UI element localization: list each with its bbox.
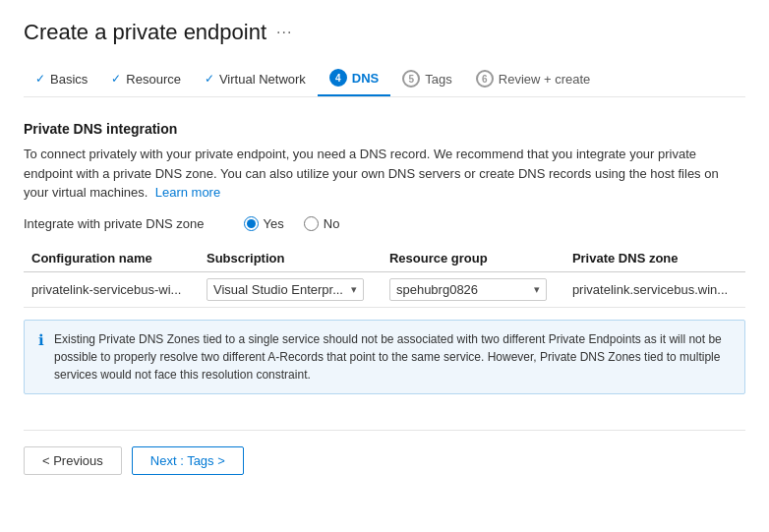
dns-section: Private DNS integration To connect priva… xyxy=(24,117,745,398)
subscription-select[interactable]: Visual Studio Enterpr... ▾ xyxy=(207,278,364,301)
cell-config-name: privatelink-servicebus-wi... xyxy=(24,271,199,307)
wizard-steps: ✓ Basics ✓ Resource ✓ Virtual Network 4 … xyxy=(24,61,745,97)
table-header-row: Configuration name Subscription Resource… xyxy=(24,245,745,272)
integrate-label: Integrate with private DNS zone xyxy=(24,216,205,231)
tags-step-circle: 5 xyxy=(402,70,420,88)
dns-description: To connect privately with your private e… xyxy=(24,145,745,203)
step-review[interactable]: 6 Review + create xyxy=(464,62,603,95)
subscription-chevron-icon: ▾ xyxy=(351,283,357,296)
resource-check-icon: ✓ xyxy=(111,72,121,86)
cell-dns-zone: privatelink.servicebus.win... xyxy=(564,271,745,307)
step-resource[interactable]: ✓ Resource xyxy=(99,64,193,94)
info-icon: ℹ xyxy=(38,331,44,349)
dns-section-title: Private DNS integration xyxy=(24,121,745,137)
cell-resource-group[interactable]: spehubrg0826 ▾ xyxy=(382,271,564,307)
info-text: Existing Private DNS Zones tied to a sin… xyxy=(54,330,731,384)
next-button[interactable]: Next : Tags > xyxy=(132,446,244,475)
step-basics[interactable]: ✓ Basics xyxy=(24,64,99,94)
step-resource-label: Resource xyxy=(126,72,181,87)
step-review-label: Review + create xyxy=(499,72,591,87)
radio-no-input[interactable] xyxy=(304,216,319,231)
radio-no-option[interactable]: No xyxy=(304,216,340,231)
cell-subscription[interactable]: Visual Studio Enterpr... ▾ xyxy=(199,271,382,307)
col-config-name: Configuration name xyxy=(24,245,199,272)
step-tags-label: Tags xyxy=(425,72,451,87)
integrate-dns-row: Integrate with private DNS zone Yes No xyxy=(24,216,745,231)
vnet-check-icon: ✓ xyxy=(205,72,214,86)
resource-group-chevron-icon: ▾ xyxy=(534,283,540,296)
info-box: ℹ Existing Private DNS Zones tied to a s… xyxy=(24,320,745,394)
footer: < Previous Next : Tags > xyxy=(24,430,745,475)
radio-yes-input[interactable] xyxy=(244,216,259,231)
step-tags[interactable]: 5 Tags xyxy=(390,62,463,95)
col-dns-zone: Private DNS zone xyxy=(564,245,745,272)
review-step-circle: 6 xyxy=(476,70,494,88)
learn-more-link[interactable]: Learn more xyxy=(155,185,220,200)
step-dns-label: DNS xyxy=(352,71,379,86)
page-title: Create a private endpoint xyxy=(24,20,266,45)
basics-check-icon: ✓ xyxy=(35,72,45,86)
dns-step-circle: 4 xyxy=(329,69,347,87)
step-virtual-network[interactable]: ✓ Virtual Network xyxy=(193,64,318,94)
resource-group-select-value: spehubrg0826 xyxy=(396,282,478,297)
dns-config-table: Configuration name Subscription Resource… xyxy=(24,245,745,308)
radio-no-label: No xyxy=(324,216,340,231)
radio-yes-option[interactable]: Yes xyxy=(244,216,284,231)
step-vnet-label: Virtual Network xyxy=(219,72,306,87)
previous-button[interactable]: < Previous xyxy=(24,446,122,475)
radio-yes-label: Yes xyxy=(264,216,284,231)
step-dns[interactable]: 4 DNS xyxy=(318,61,390,96)
col-resource-group: Resource group xyxy=(382,245,564,272)
step-basics-label: Basics xyxy=(50,72,88,87)
col-subscription: Subscription xyxy=(199,245,382,272)
subscription-select-value: Visual Studio Enterpr... xyxy=(213,282,343,297)
resource-group-select[interactable]: spehubrg0826 ▾ xyxy=(389,278,547,301)
ellipsis-menu-button[interactable]: ··· xyxy=(276,24,292,41)
table-row: privatelink-servicebus-wi... Visual Stud… xyxy=(24,271,745,307)
